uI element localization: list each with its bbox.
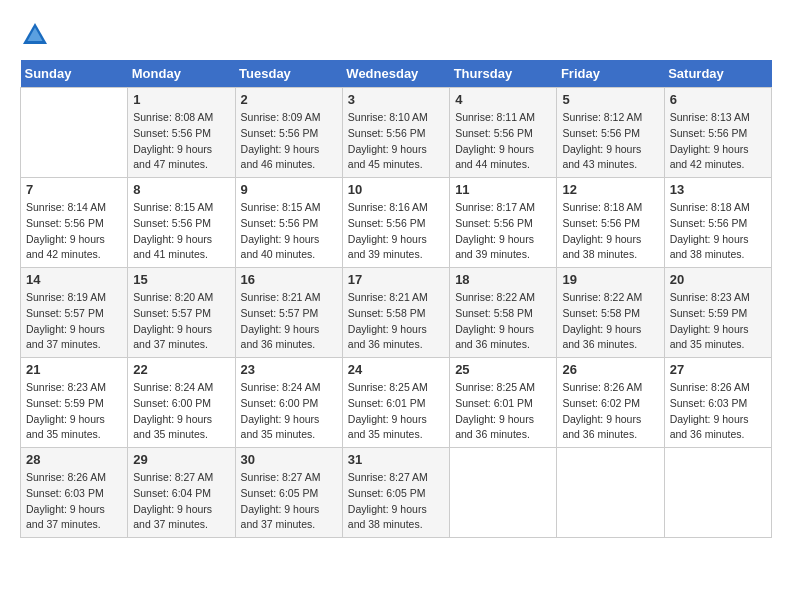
daylight: Daylight: 9 hours and 39 minutes.: [455, 233, 534, 261]
sunset: Sunset: 5:56 PM: [562, 127, 640, 139]
sunset: Sunset: 5:56 PM: [241, 127, 319, 139]
sunset: Sunset: 5:56 PM: [133, 217, 211, 229]
sunrise: Sunrise: 8:11 AM: [455, 111, 535, 123]
logo-icon: [20, 20, 50, 50]
sunset: Sunset: 5:59 PM: [670, 307, 748, 319]
sunset: Sunset: 5:58 PM: [348, 307, 426, 319]
sunset: Sunset: 5:59 PM: [26, 397, 104, 409]
calendar-cell: 10 Sunrise: 8:16 AM Sunset: 5:56 PM Dayl…: [342, 178, 449, 268]
day-number: 11: [455, 182, 551, 197]
day-info: Sunrise: 8:20 AM Sunset: 5:57 PM Dayligh…: [133, 290, 229, 353]
weekday-header: Friday: [557, 60, 664, 88]
sunset: Sunset: 5:58 PM: [562, 307, 640, 319]
daylight: Daylight: 9 hours and 38 minutes.: [348, 503, 427, 531]
sunrise: Sunrise: 8:27 AM: [241, 471, 321, 483]
sunrise: Sunrise: 8:22 AM: [562, 291, 642, 303]
calendar-cell: 31 Sunrise: 8:27 AM Sunset: 6:05 PM Dayl…: [342, 448, 449, 538]
day-number: 19: [562, 272, 658, 287]
day-number: 17: [348, 272, 444, 287]
sunset: Sunset: 6:00 PM: [133, 397, 211, 409]
daylight: Daylight: 9 hours and 39 minutes.: [348, 233, 427, 261]
calendar-cell: 22 Sunrise: 8:24 AM Sunset: 6:00 PM Dayl…: [128, 358, 235, 448]
day-info: Sunrise: 8:26 AM Sunset: 6:03 PM Dayligh…: [670, 380, 766, 443]
day-number: 21: [26, 362, 122, 377]
sunset: Sunset: 6:05 PM: [348, 487, 426, 499]
sunrise: Sunrise: 8:15 AM: [133, 201, 213, 213]
sunset: Sunset: 6:05 PM: [241, 487, 319, 499]
calendar-cell: 2 Sunrise: 8:09 AM Sunset: 5:56 PM Dayli…: [235, 88, 342, 178]
weekday-header: Tuesday: [235, 60, 342, 88]
calendar-cell: 24 Sunrise: 8:25 AM Sunset: 6:01 PM Dayl…: [342, 358, 449, 448]
calendar-cell: 23 Sunrise: 8:24 AM Sunset: 6:00 PM Dayl…: [235, 358, 342, 448]
day-info: Sunrise: 8:08 AM Sunset: 5:56 PM Dayligh…: [133, 110, 229, 173]
daylight: Daylight: 9 hours and 41 minutes.: [133, 233, 212, 261]
daylight: Daylight: 9 hours and 35 minutes.: [133, 413, 212, 441]
day-number: 24: [348, 362, 444, 377]
day-number: 16: [241, 272, 337, 287]
calendar-cell: 7 Sunrise: 8:14 AM Sunset: 5:56 PM Dayli…: [21, 178, 128, 268]
calendar-cell: 25 Sunrise: 8:25 AM Sunset: 6:01 PM Dayl…: [450, 358, 557, 448]
calendar-week-row: 1 Sunrise: 8:08 AM Sunset: 5:56 PM Dayli…: [21, 88, 772, 178]
sunset: Sunset: 5:56 PM: [348, 127, 426, 139]
sunrise: Sunrise: 8:10 AM: [348, 111, 428, 123]
calendar-cell: 20 Sunrise: 8:23 AM Sunset: 5:59 PM Dayl…: [664, 268, 771, 358]
day-info: Sunrise: 8:16 AM Sunset: 5:56 PM Dayligh…: [348, 200, 444, 263]
sunrise: Sunrise: 8:23 AM: [26, 381, 106, 393]
calendar-cell: 28 Sunrise: 8:26 AM Sunset: 6:03 PM Dayl…: [21, 448, 128, 538]
day-number: 13: [670, 182, 766, 197]
sunrise: Sunrise: 8:24 AM: [133, 381, 213, 393]
day-number: 2: [241, 92, 337, 107]
calendar-cell: [557, 448, 664, 538]
calendar-week-row: 7 Sunrise: 8:14 AM Sunset: 5:56 PM Dayli…: [21, 178, 772, 268]
calendar-header: SundayMondayTuesdayWednesdayThursdayFrid…: [21, 60, 772, 88]
daylight: Daylight: 9 hours and 38 minutes.: [562, 233, 641, 261]
sunrise: Sunrise: 8:19 AM: [26, 291, 106, 303]
sunset: Sunset: 5:56 PM: [670, 217, 748, 229]
day-info: Sunrise: 8:24 AM Sunset: 6:00 PM Dayligh…: [241, 380, 337, 443]
sunset: Sunset: 5:56 PM: [348, 217, 426, 229]
day-info: Sunrise: 8:22 AM Sunset: 5:58 PM Dayligh…: [455, 290, 551, 353]
daylight: Daylight: 9 hours and 37 minutes.: [133, 323, 212, 351]
sunrise: Sunrise: 8:23 AM: [670, 291, 750, 303]
daylight: Daylight: 9 hours and 37 minutes.: [241, 503, 320, 531]
sunrise: Sunrise: 8:27 AM: [133, 471, 213, 483]
sunrise: Sunrise: 8:08 AM: [133, 111, 213, 123]
calendar-cell: 8 Sunrise: 8:15 AM Sunset: 5:56 PM Dayli…: [128, 178, 235, 268]
calendar-cell: 18 Sunrise: 8:22 AM Sunset: 5:58 PM Dayl…: [450, 268, 557, 358]
sunset: Sunset: 6:01 PM: [455, 397, 533, 409]
sunset: Sunset: 5:57 PM: [26, 307, 104, 319]
day-info: Sunrise: 8:21 AM Sunset: 5:57 PM Dayligh…: [241, 290, 337, 353]
day-number: 8: [133, 182, 229, 197]
day-info: Sunrise: 8:27 AM Sunset: 6:05 PM Dayligh…: [241, 470, 337, 533]
calendar-cell: 14 Sunrise: 8:19 AM Sunset: 5:57 PM Dayl…: [21, 268, 128, 358]
daylight: Daylight: 9 hours and 40 minutes.: [241, 233, 320, 261]
day-info: Sunrise: 8:13 AM Sunset: 5:56 PM Dayligh…: [670, 110, 766, 173]
calendar-cell: 6 Sunrise: 8:13 AM Sunset: 5:56 PM Dayli…: [664, 88, 771, 178]
daylight: Daylight: 9 hours and 37 minutes.: [26, 323, 105, 351]
weekday-header: Monday: [128, 60, 235, 88]
daylight: Daylight: 9 hours and 36 minutes.: [455, 323, 534, 351]
daylight: Daylight: 9 hours and 43 minutes.: [562, 143, 641, 171]
weekday-header: Thursday: [450, 60, 557, 88]
daylight: Daylight: 9 hours and 35 minutes.: [348, 413, 427, 441]
calendar-cell: 13 Sunrise: 8:18 AM Sunset: 5:56 PM Dayl…: [664, 178, 771, 268]
calendar-body: 1 Sunrise: 8:08 AM Sunset: 5:56 PM Dayli…: [21, 88, 772, 538]
sunrise: Sunrise: 8:26 AM: [562, 381, 642, 393]
sunrise: Sunrise: 8:14 AM: [26, 201, 106, 213]
daylight: Daylight: 9 hours and 36 minutes.: [241, 323, 320, 351]
sunrise: Sunrise: 8:21 AM: [348, 291, 428, 303]
daylight: Daylight: 9 hours and 44 minutes.: [455, 143, 534, 171]
sunset: Sunset: 6:01 PM: [348, 397, 426, 409]
sunset: Sunset: 6:03 PM: [670, 397, 748, 409]
sunrise: Sunrise: 8:17 AM: [455, 201, 535, 213]
daylight: Daylight: 9 hours and 35 minutes.: [670, 323, 749, 351]
sunrise: Sunrise: 8:09 AM: [241, 111, 321, 123]
day-number: 23: [241, 362, 337, 377]
sunrise: Sunrise: 8:21 AM: [241, 291, 321, 303]
day-info: Sunrise: 8:09 AM Sunset: 5:56 PM Dayligh…: [241, 110, 337, 173]
sunset: Sunset: 5:56 PM: [670, 127, 748, 139]
calendar-week-row: 14 Sunrise: 8:19 AM Sunset: 5:57 PM Dayl…: [21, 268, 772, 358]
day-info: Sunrise: 8:11 AM Sunset: 5:56 PM Dayligh…: [455, 110, 551, 173]
day-info: Sunrise: 8:26 AM Sunset: 6:03 PM Dayligh…: [26, 470, 122, 533]
day-info: Sunrise: 8:22 AM Sunset: 5:58 PM Dayligh…: [562, 290, 658, 353]
